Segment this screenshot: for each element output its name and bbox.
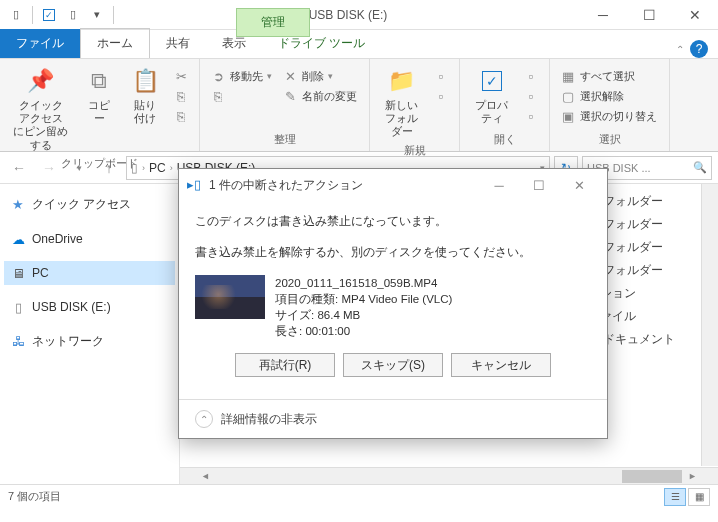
tab-file[interactable]: ファイル	[0, 29, 80, 58]
open-button[interactable]: ▫	[521, 67, 541, 85]
scroll-thumb[interactable]	[622, 470, 682, 483]
dropdown-icon[interactable]: ▾	[87, 5, 107, 25]
icons-view-button[interactable]: ▦	[688, 488, 710, 506]
ribbon-collapse-icon[interactable]: ⌃	[676, 44, 684, 55]
status-bar: 7 個の項目 ☰ ▦	[0, 484, 718, 508]
group-open-label: 開く	[468, 130, 541, 147]
drive-icon: ▯	[131, 161, 138, 175]
open-icon: ▫	[523, 68, 539, 84]
cancel-button[interactable]: キャンセル	[451, 353, 551, 377]
skip-button[interactable]: スキップ(S)	[343, 353, 443, 377]
pin-icon: 📌	[25, 65, 57, 97]
network-icon: 🖧	[10, 334, 26, 350]
select-all-icon: ▦	[560, 68, 576, 84]
chevron-right-icon[interactable]: ›	[168, 163, 175, 173]
invert-selection-button[interactable]: ▣選択の切り替え	[558, 107, 659, 125]
item-count: 7 個の項目	[8, 489, 61, 504]
back-button[interactable]: ←	[6, 155, 32, 181]
file-name: 2020_0111_161518_059B.MP4	[275, 275, 452, 291]
paste-shortcut-button[interactable]: ⎘	[171, 107, 191, 125]
scroll-left-icon[interactable]: ◄	[197, 471, 214, 481]
scrollbar-horizontal[interactable]: ◄ ►	[180, 467, 718, 484]
details-toggle[interactable]: 詳細情報の非表示	[221, 411, 317, 428]
nav-usb[interactable]: ▯USB DISK (E:)	[4, 295, 175, 319]
select-none-icon: ▢	[560, 88, 576, 104]
collapse-icon[interactable]: ⌃	[195, 410, 213, 428]
copy-path-button[interactable]: ⎘	[171, 87, 191, 105]
group-select-label: 選択	[558, 130, 661, 147]
nav-quick-access[interactable]: ★クイック アクセス	[4, 192, 175, 217]
cut-button[interactable]: ✂	[171, 67, 191, 85]
tab-home[interactable]: ホーム	[80, 28, 150, 58]
select-all-button[interactable]: ▦すべて選択	[558, 67, 659, 85]
properties-button[interactable]: ✓プロパティ	[468, 63, 515, 127]
usb-icon: ▯	[10, 299, 26, 315]
dialog-file-info: 2020_0111_161518_059B.MP4 項目の種類: MP4 Vid…	[195, 275, 591, 339]
copy-button[interactable]: ⧉コピー	[79, 63, 119, 127]
tab-share[interactable]: 共有	[150, 29, 206, 58]
titlebar: ▯ ✓ ▯ ▾ 管理 USB DISK (E:) ─ ☐ ✕	[0, 0, 718, 30]
copy-to-button[interactable]: ⎘	[208, 87, 274, 105]
new-folder-icon[interactable]: ▯	[63, 5, 83, 25]
pin-quick-access-button[interactable]: 📌クイック アクセス にピン留めする	[8, 63, 73, 154]
easy-access-icon: ▫	[433, 88, 449, 104]
nav-pc[interactable]: 🖥PC	[4, 261, 175, 285]
scroll-right-icon[interactable]: ►	[684, 471, 701, 481]
error-dialog: ▸▯ 1 件の中断されたアクション ─ ☐ ✕ このディスクは書き込み禁止になっ…	[178, 168, 608, 439]
minimize-button[interactable]: ─	[580, 0, 626, 30]
edit-icon: ▫	[523, 88, 539, 104]
dialog-message-secondary: 書き込み禁止を解除するか、別のディスクを使ってください。	[195, 244, 591, 261]
new-folder-button[interactable]: 📁新しい フォルダー	[378, 63, 425, 141]
shortcut-icon: ⎘	[173, 108, 189, 124]
navigation-pane: ★クイック アクセス ☁OneDrive 🖥PC ▯USB DISK (E:) …	[0, 184, 180, 484]
recent-button[interactable]: ▾	[66, 155, 92, 181]
easy-access-button[interactable]: ▫	[431, 87, 451, 105]
quick-access-toolbar: ▯ ✓ ▯ ▾	[0, 5, 116, 25]
details-view-button[interactable]: ☰	[664, 488, 686, 506]
dialog-message-primary: このディスクは書き込み禁止になっています。	[195, 213, 591, 230]
nav-onedrive[interactable]: ☁OneDrive	[4, 227, 175, 251]
context-tab-manage: 管理	[236, 8, 310, 37]
pc-icon: 🖥	[10, 265, 26, 281]
select-none-button[interactable]: ▢選択解除	[558, 87, 659, 105]
scrollbar-vertical[interactable]	[701, 184, 718, 466]
dialog-footer: ⌃ 詳細情報の非表示	[179, 399, 607, 438]
dialog-close-button[interactable]: ✕	[559, 171, 599, 199]
edit-button[interactable]: ▫	[521, 87, 541, 105]
close-button[interactable]: ✕	[672, 0, 718, 30]
nav-network[interactable]: 🖧ネットワーク	[4, 329, 175, 354]
breadcrumb-pc[interactable]: PC	[149, 161, 166, 175]
maximize-button[interactable]: ☐	[626, 0, 672, 30]
dialog-maximize-button[interactable]: ☐	[519, 171, 559, 199]
forward-button[interactable]: →	[36, 155, 62, 181]
star-icon: ★	[10, 197, 26, 213]
dialog-titlebar: ▸▯ 1 件の中断されたアクション ─ ☐ ✕	[179, 169, 607, 201]
chevron-right-icon[interactable]: ›	[140, 163, 147, 173]
dialog-title: 1 件の中断されたアクション	[209, 177, 363, 194]
ribbon-tabs: ファイル ホーム 共有 表示 ドライブ ツール ⌃ ?	[0, 30, 718, 58]
new-folder-icon: 📁	[386, 65, 418, 97]
scissors-icon: ✂	[173, 68, 189, 84]
dialog-minimize-button[interactable]: ─	[479, 171, 519, 199]
group-organize-label: 整理	[208, 130, 361, 147]
file-length: 長さ: 00:01:00	[275, 323, 452, 339]
help-icon[interactable]: ?	[690, 40, 708, 58]
up-button[interactable]: ↑	[96, 155, 122, 181]
cloud-icon: ☁	[10, 231, 26, 247]
history-button[interactable]: ▫	[521, 107, 541, 125]
new-item-icon: ▫	[433, 68, 449, 84]
file-thumbnail	[195, 275, 265, 319]
paste-icon: 📋	[129, 65, 161, 97]
rename-button[interactable]: ✎名前の変更	[280, 87, 359, 105]
new-item-button[interactable]: ▫	[431, 67, 451, 85]
retry-button[interactable]: 再試行(R)	[235, 353, 335, 377]
properties-icon: ✓	[476, 65, 508, 97]
move-to-button[interactable]: ➲移動先▾	[208, 67, 274, 85]
transfer-icon: ▸▯	[187, 177, 203, 193]
window-title: USB DISK (E:)	[309, 8, 388, 22]
paste-button[interactable]: 📋貼り付け	[125, 63, 165, 127]
move-icon: ➲	[210, 68, 226, 84]
properties-icon[interactable]: ✓	[39, 5, 59, 25]
delete-button[interactable]: ✕削除▾	[280, 67, 359, 85]
copyto-icon: ⎘	[210, 88, 226, 104]
